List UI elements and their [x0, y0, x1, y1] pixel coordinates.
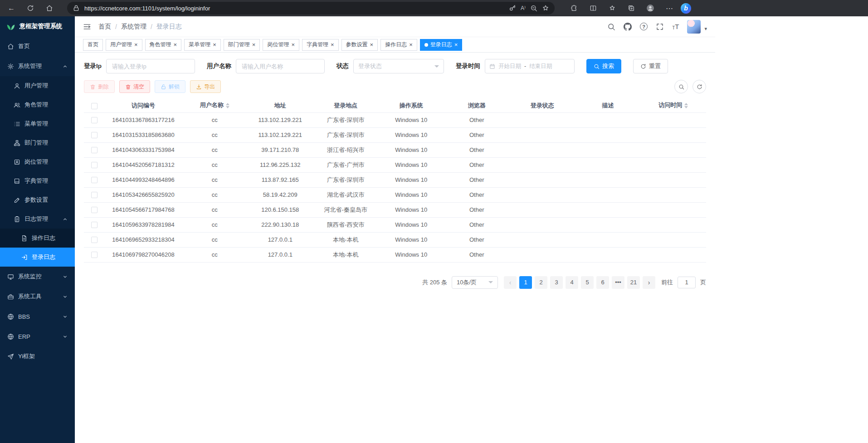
- breadcrumb-item-home[interactable]: 首页: [98, 23, 111, 31]
- sidebar-item-param-settings[interactable]: 参数设置: [0, 190, 75, 209]
- font-size-icon[interactable]: TT: [672, 23, 679, 30]
- favorite-star-icon[interactable]: [542, 5, 549, 12]
- sidebar-toggle-icon[interactable]: [83, 23, 91, 31]
- row-checkbox[interactable]: [91, 207, 98, 213]
- row-checkbox[interactable]: [91, 132, 98, 138]
- favorites-bar-icon[interactable]: [605, 2, 620, 15]
- sidebar-item-role-management[interactable]: 角色管理: [0, 95, 75, 114]
- fullscreen-icon[interactable]: [656, 23, 664, 31]
- zoom-out-icon[interactable]: [530, 5, 537, 12]
- tab-岗位管理[interactable]: 岗位管理×: [263, 39, 299, 51]
- address-bar[interactable]: https://ccnetcore.com:1101/system/log/lo…: [67, 2, 555, 15]
- breadcrumb-item-system[interactable]: 系统管理: [121, 23, 146, 31]
- read-aloud-icon[interactable]: A⁾: [521, 5, 526, 11]
- tab-操作日志[interactable]: 操作日志×: [380, 39, 417, 51]
- unlock-button[interactable]: 解锁: [155, 80, 185, 93]
- user-menu-caret-icon[interactable]: ▾: [704, 26, 707, 32]
- page-button-3[interactable]: 3: [550, 276, 563, 289]
- delete-button[interactable]: 删除: [84, 80, 115, 93]
- status-select[interactable]: 登录状态: [353, 59, 444, 73]
- select-all-checkbox[interactable]: [91, 103, 98, 109]
- login-ip-input[interactable]: [106, 59, 195, 73]
- tab-登录日志[interactable]: 登录日志×: [420, 39, 463, 51]
- sidebar-item-post-management[interactable]: 岗位管理: [0, 152, 75, 171]
- goto-page-input[interactable]: [678, 277, 696, 288]
- tab-首页[interactable]: 首页: [83, 39, 103, 51]
- tab-close-icon[interactable]: ×: [454, 42, 458, 48]
- bing-copilot-icon[interactable]: b: [681, 3, 691, 14]
- sidebar-item-login-log[interactable]: 登录日志: [0, 248, 75, 267]
- password-key-icon[interactable]: [509, 5, 516, 12]
- tab-字典管理[interactable]: 字典管理×: [302, 39, 339, 51]
- user-avatar[interactable]: [687, 20, 701, 34]
- page-ellipsis[interactable]: •••: [612, 276, 624, 289]
- sidebar-item-erp[interactable]: ERP: [0, 326, 75, 346]
- row-checkbox[interactable]: [91, 162, 98, 168]
- next-page-button[interactable]: ›: [643, 276, 655, 289]
- column-header-用户名称[interactable]: 用户名称: [182, 99, 248, 112]
- toggle-search-icon[interactable]: [674, 80, 688, 93]
- column-header-访问时间[interactable]: 访问时间: [641, 99, 707, 112]
- sidebar-item-dept-management[interactable]: 部门管理: [0, 133, 75, 152]
- row-checkbox[interactable]: [91, 192, 98, 198]
- collections-icon[interactable]: [624, 2, 639, 15]
- sidebar-item-home[interactable]: 首页: [0, 36, 75, 56]
- sidebar-item-bbs[interactable]: BBS: [0, 307, 75, 326]
- row-checkbox[interactable]: [91, 117, 98, 123]
- browser-refresh-icon[interactable]: [23, 2, 38, 15]
- search-button[interactable]: 搜索: [586, 59, 621, 73]
- sidebar-item-menu-management[interactable]: 菜单管理: [0, 114, 75, 133]
- row-checkbox[interactable]: [91, 237, 98, 243]
- help-icon[interactable]: ?: [640, 23, 648, 30]
- github-icon[interactable]: [624, 23, 632, 31]
- site-info-lock-icon[interactable]: [73, 5, 80, 12]
- row-checkbox[interactable]: [91, 222, 98, 228]
- prev-page-button[interactable]: ‹: [504, 276, 517, 289]
- tab-close-icon[interactable]: ×: [134, 42, 138, 48]
- sidebar-item-system-tools[interactable]: 系统工具: [0, 287, 75, 307]
- tab-close-icon[interactable]: ×: [331, 42, 334, 48]
- page-button-1[interactable]: 1: [519, 276, 532, 289]
- reset-button[interactable]: 重置: [633, 59, 668, 73]
- sidebar-item-operation-log[interactable]: 操作日志: [0, 229, 75, 248]
- clear-button[interactable]: 清空: [119, 80, 150, 93]
- row-checkbox[interactable]: [91, 177, 98, 183]
- sidebar-item-log-management[interactable]: 日志管理: [0, 209, 75, 229]
- sidebar-item-system-management[interactable]: 系统管理: [0, 56, 75, 76]
- tab-角色管理[interactable]: 角色管理×: [145, 39, 182, 51]
- refresh-table-icon[interactable]: [692, 80, 706, 93]
- split-screen-icon[interactable]: [585, 2, 601, 15]
- browser-back-icon[interactable]: ←: [4, 2, 19, 15]
- sidebar-item-yi-framework[interactable]: Yi框架: [0, 346, 75, 366]
- tab-close-icon[interactable]: ×: [370, 42, 374, 48]
- user-name-input[interactable]: [236, 59, 325, 73]
- page-button-6[interactable]: 6: [596, 276, 609, 289]
- tab-部门管理[interactable]: 部门管理×: [224, 39, 260, 51]
- login-time-range-picker[interactable]: 开始日期 - 结束日期: [485, 59, 575, 73]
- export-button[interactable]: 导出: [190, 80, 221, 93]
- sort-caret-icon[interactable]: [226, 101, 229, 110]
- tab-用户管理[interactable]: 用户管理×: [106, 39, 142, 51]
- sidebar-item-user-management[interactable]: 用户管理: [0, 76, 75, 95]
- sort-caret-icon[interactable]: [684, 101, 688, 110]
- browser-menu-ellipsis-icon[interactable]: ⋯: [662, 2, 677, 15]
- tab-close-icon[interactable]: ×: [409, 42, 413, 48]
- row-checkbox[interactable]: [91, 252, 98, 258]
- page-button-21[interactable]: 21: [627, 276, 640, 289]
- sidebar-item-system-monitor[interactable]: 系统监控: [0, 267, 75, 287]
- tab-close-icon[interactable]: ×: [213, 42, 216, 48]
- sidebar-item-dict-management[interactable]: 字典管理: [0, 171, 75, 190]
- page-button-2[interactable]: 2: [535, 276, 547, 289]
- url-text[interactable]: https://ccnetcore.com:1101/system/log/lo…: [84, 5, 504, 12]
- tab-close-icon[interactable]: ×: [291, 42, 295, 48]
- header-search-icon[interactable]: [607, 23, 615, 31]
- tab-close-icon[interactable]: ×: [174, 42, 177, 48]
- profile-avatar-icon[interactable]: [643, 2, 658, 15]
- extensions-icon[interactable]: [566, 2, 582, 15]
- browser-home-icon[interactable]: [42, 2, 57, 15]
- tab-菜单管理[interactable]: 菜单管理×: [184, 39, 221, 51]
- row-checkbox[interactable]: [91, 147, 98, 153]
- page-button-4[interactable]: 4: [566, 276, 578, 289]
- tab-参数设置[interactable]: 参数设置×: [341, 39, 378, 51]
- page-size-select[interactable]: 10条/页: [452, 276, 498, 289]
